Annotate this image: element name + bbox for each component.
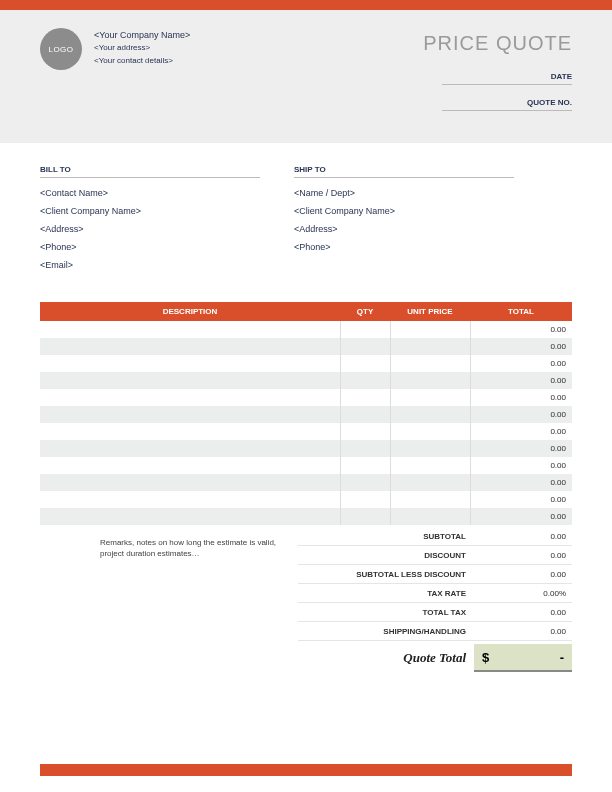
cell-total: 0.00 (470, 491, 572, 508)
cell-price (390, 474, 470, 491)
company-name: <Your Company Name> (94, 28, 190, 42)
grand-total-value: $ - (474, 644, 572, 672)
cell-total: 0.00 (470, 338, 572, 355)
cell-total: 0.00 (470, 474, 572, 491)
table-row: 0.00 (40, 372, 572, 389)
total-value: 0.00 (474, 608, 572, 617)
ship-to-line: <Address> (294, 220, 514, 238)
cell-total: 0.00 (470, 440, 572, 457)
cell-desc (40, 508, 340, 525)
company-info: <Your Company Name> <Your address> <Your… (94, 28, 190, 68)
bill-to-block: BILL TO <Contact Name> <Client Company N… (40, 165, 260, 274)
ship-to-line: <Name / Dept> (294, 184, 514, 202)
logo-placeholder: LOGO (40, 28, 82, 70)
line-items-table: DESCRIPTION QTY UNIT PRICE TOTAL 0.000.0… (40, 302, 572, 525)
cell-price (390, 372, 470, 389)
total-row: DISCOUNT0.00 (298, 546, 572, 565)
total-label: SUBTOTAL LESS DISCOUNT (298, 570, 474, 579)
table-row: 0.00 (40, 457, 572, 474)
total-row: SUBTOTAL0.00 (298, 527, 572, 546)
cell-desc (40, 423, 340, 440)
ship-to-heading: SHIP TO (294, 165, 514, 178)
bill-to-line: <Client Company Name> (40, 202, 260, 220)
document-title: PRICE QUOTE (423, 32, 572, 55)
bill-to-line: <Contact Name> (40, 184, 260, 202)
top-accent-bar (0, 0, 612, 10)
cell-price (390, 457, 470, 474)
below-table: Remarks, notes on how long the estimate … (40, 527, 572, 672)
bill-to-line: <Address> (40, 220, 260, 238)
total-label: DISCOUNT (298, 551, 474, 560)
cell-desc (40, 406, 340, 423)
total-value: 0.00 (474, 627, 572, 636)
totals-block: SUBTOTAL0.00DISCOUNT0.00SUBTOTAL LESS DI… (298, 527, 572, 672)
cell-total: 0.00 (470, 355, 572, 372)
bill-to-heading: BILL TO (40, 165, 260, 178)
cell-total: 0.00 (470, 508, 572, 525)
date-field: DATE (442, 69, 572, 85)
cell-price (390, 423, 470, 440)
cell-qty (340, 423, 390, 440)
cell-qty (340, 406, 390, 423)
ship-to-line: <Client Company Name> (294, 202, 514, 220)
bill-to-line: <Phone> (40, 238, 260, 256)
total-label: TAX RATE (298, 589, 474, 598)
table-row: 0.00 (40, 389, 572, 406)
total-label: TOTAL TAX (298, 608, 474, 617)
col-qty: QTY (340, 302, 390, 321)
total-row: TAX RATE0.00% (298, 584, 572, 603)
cell-desc (40, 389, 340, 406)
cell-total: 0.00 (470, 389, 572, 406)
total-value: 0.00 (474, 532, 572, 541)
cell-desc (40, 355, 340, 372)
grand-total-label: Quote Total (298, 650, 474, 666)
table-row: 0.00 (40, 440, 572, 457)
cell-qty (340, 457, 390, 474)
cell-qty (340, 355, 390, 372)
cell-qty (340, 474, 390, 491)
cell-desc (40, 457, 340, 474)
grand-total-row: Quote Total $ - (298, 644, 572, 672)
header-right: PRICE QUOTE DATE QUOTE NO. (423, 28, 572, 121)
bottom-accent-bar (40, 764, 572, 776)
cell-total: 0.00 (470, 457, 572, 474)
address-section: BILL TO <Contact Name> <Client Company N… (40, 165, 572, 274)
content: BILL TO <Contact Name> <Client Company N… (0, 143, 612, 672)
total-value: 0.00% (474, 589, 572, 598)
cell-qty (340, 389, 390, 406)
table-row: 0.00 (40, 321, 572, 338)
cell-qty (340, 440, 390, 457)
total-label: SHIPPING/HANDLING (298, 627, 474, 636)
total-row: SUBTOTAL LESS DISCOUNT0.00 (298, 565, 572, 584)
cell-desc (40, 372, 340, 389)
cell-desc (40, 474, 340, 491)
currency-symbol: $ (482, 650, 489, 665)
table-row: 0.00 (40, 491, 572, 508)
cell-price (390, 440, 470, 457)
company-contact: <Your contact details> (94, 55, 190, 68)
table-row: 0.00 (40, 474, 572, 491)
col-unit-price: UNIT PRICE (390, 302, 470, 321)
cell-price (390, 389, 470, 406)
total-value: 0.00 (474, 551, 572, 560)
company-address: <Your address> (94, 42, 190, 55)
cell-total: 0.00 (470, 321, 572, 338)
cell-price (390, 338, 470, 355)
ship-to-block: SHIP TO <Name / Dept> <Client Company Na… (294, 165, 514, 274)
cell-total: 0.00 (470, 423, 572, 440)
cell-qty (340, 372, 390, 389)
table-row: 0.00 (40, 355, 572, 372)
cell-desc (40, 491, 340, 508)
cell-qty (340, 491, 390, 508)
cell-price (390, 406, 470, 423)
grand-total-amount: - (560, 650, 564, 665)
table-row: 0.00 (40, 423, 572, 440)
table-row: 0.00 (40, 338, 572, 355)
cell-desc (40, 321, 340, 338)
cell-total: 0.00 (470, 372, 572, 389)
cell-qty (340, 321, 390, 338)
table-row: 0.00 (40, 406, 572, 423)
total-value: 0.00 (474, 570, 572, 579)
bill-to-line: <Email> (40, 256, 260, 274)
header: LOGO <Your Company Name> <Your address> … (0, 10, 612, 143)
